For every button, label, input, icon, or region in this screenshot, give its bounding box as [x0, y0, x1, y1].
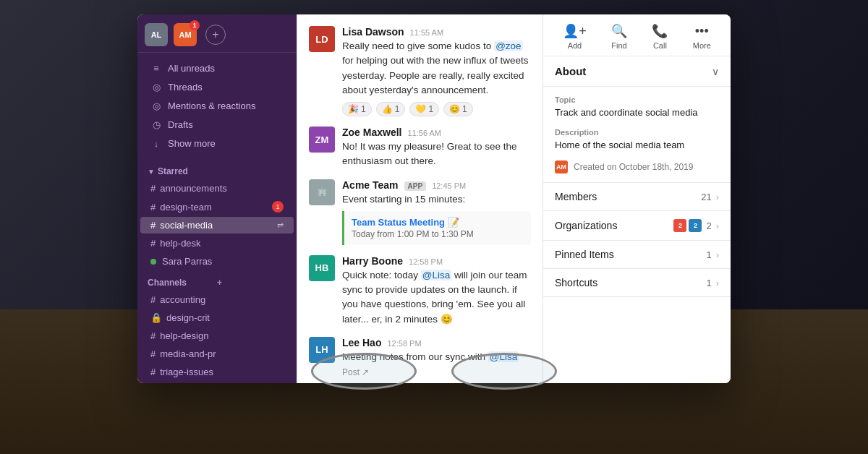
channel-design-crit[interactable]: 🔒 design-crit [140, 309, 294, 326]
message-text: Event starting in 15 minutes: [342, 192, 531, 207]
add-channel-button[interactable]: + [217, 278, 286, 288]
sidebar-item-show-more[interactable]: ↓ Show more [140, 134, 294, 153]
about-title: About [555, 65, 586, 77]
sidebar-nav: ≡ All unreads ◎ Threads ◎ Mentions & rea… [137, 53, 297, 159]
message-list: LD Lisa Dawson 11:55 AM Really need to g… [297, 14, 542, 383]
chevron-right-icon: › [716, 249, 719, 260]
sidebar: AL AM 1 + ≡ All unreads ◎ Threads ◎ Ment… [137, 14, 297, 383]
message-author: Zoe Maxwell [342, 127, 401, 138]
sidebar-item-all-unreads[interactable]: ≡ All unreads [140, 59, 294, 77]
avatar-acme-team: 🏢 [309, 179, 335, 205]
mention-zoe: @zoe [494, 40, 522, 51]
description-label: Description [555, 128, 719, 137]
menu-icon: ≡ [150, 63, 162, 74]
topic-value: Track and coordinate social media [555, 106, 719, 119]
about-header[interactable]: About ∨ [543, 56, 731, 87]
organizations-label: Organizations [555, 220, 673, 231]
avatar-harry-boone: HB [309, 255, 335, 281]
channel-triage-issues[interactable]: # triage-issues [140, 364, 294, 380]
created-text: Created on October 18th, 2019 [574, 162, 693, 172]
find-icon: 🔍 [611, 23, 627, 39]
bookmark-icon: ⇌ [277, 220, 284, 230]
chat-area: LD Lisa Dawson 11:55 AM Really need to g… [297, 14, 542, 383]
members-label: Members [555, 191, 701, 202]
chevron-right-icon: › [716, 220, 719, 231]
message-author: Lisa Dawson [342, 26, 404, 38]
starred-section-header[interactable]: ▼ Starred [137, 159, 297, 179]
chevron-down-icon: ∨ [712, 66, 719, 77]
channel-announcements[interactable]: # announcements [140, 180, 294, 197]
sidebar-top: AL AM 1 + [137, 14, 297, 53]
channel-help-desk[interactable]: # help-desk [140, 235, 294, 252]
channel-help-design[interactable]: # help-design [140, 327, 294, 344]
org-count: 2 [706, 220, 711, 231]
message-time: 11:55 AM [410, 28, 443, 37]
message-text: Quick note: today @Lisa will join our te… [342, 268, 531, 327]
reaction-thumbs[interactable]: 👍1 [376, 102, 406, 116]
about-content: Topic Track and coordinate social media … [543, 87, 731, 183]
mentions-icon: ◎ [150, 100, 162, 111]
add-button[interactable]: 👤+ Add [563, 23, 587, 50]
chevron-down-icon: ▼ [148, 168, 155, 176]
pinned-count: 1 [706, 249, 711, 260]
message-harry-boone: HB Harry Boone 12:58 PM Quick note: toda… [309, 255, 531, 327]
chevron-right-icon: › [716, 278, 719, 288]
channels-section-header[interactable]: Channels + [137, 270, 297, 291]
shortcuts-count: 1 [706, 278, 711, 288]
sidebar-item-mentions[interactable]: ◎ Mentions & reactions [140, 97, 294, 115]
org-badge-2: 2 [689, 219, 702, 232]
right-sidebar: 👤+ Add 🔍 Find 📞 Call ••• More About ∨ [542, 14, 731, 383]
event-card[interactable]: Team Status Meeting 📝 Today from 1:00 PM… [342, 211, 531, 245]
message-time: 12:45 PM [432, 181, 466, 190]
pinned-items-row[interactable]: Pinned Items 1 › [543, 241, 731, 269]
chevron-right-icon: › [716, 192, 719, 202]
organizations-row[interactable]: Organizations 2 2 2 › [543, 211, 731, 241]
event-time: Today from 1:00 PM to 1:30 PM [352, 229, 524, 239]
channel-media-and-pr[interactable]: # media-and-pr [140, 346, 294, 362]
sidebar-item-drafts[interactable]: ◷ Drafts [140, 116, 294, 134]
creator-avatar: AM [555, 160, 568, 174]
description-value: Home of the social media team [555, 139, 719, 152]
shortcuts-row[interactable]: Shortcuts 1 › [543, 269, 731, 297]
add-workspace-button[interactable]: + [205, 25, 226, 45]
message-author: Acme Team [342, 179, 399, 191]
shortcuts-label: Shortcuts [555, 277, 706, 288]
user-avatar-al[interactable]: AL [145, 23, 168, 46]
dm-sara-parras[interactable]: Sara Parras [140, 253, 294, 270]
reaction-party[interactable]: 🎉1 [342, 102, 372, 116]
message-time: 12:58 PM [409, 257, 443, 266]
created-row: AM Created on October 18th, 2019 [555, 160, 719, 174]
reactions-row: 🎉1 👍1 💛1 😊1 [342, 102, 531, 116]
message-acme-team: 🏢 Acme Team APP 12:45 PM Event starting … [309, 179, 531, 245]
org-badges: 2 2 [673, 219, 702, 232]
reaction-heart[interactable]: 💛1 [409, 102, 439, 116]
sidebar-item-threads[interactable]: ◎ Threads [140, 78, 294, 96]
threads-icon: ◎ [150, 82, 162, 93]
avatar-lisa-dawson: LD [309, 26, 335, 52]
channel-design-team-sf[interactable]: # design-team-sf [140, 382, 294, 383]
channel-social-media[interactable]: # social-media ⇌ [140, 217, 294, 234]
reaction-smile[interactable]: 😊1 [443, 102, 473, 116]
org-badge-1: 2 [673, 219, 686, 232]
online-status-dot [150, 259, 156, 265]
right-toolbar: 👤+ Add 🔍 Find 📞 Call ••• More [543, 14, 731, 56]
user-avatar-am[interactable]: AM 1 [174, 23, 197, 46]
channel-accounting[interactable]: # accounting [140, 291, 294, 308]
pinned-items-label: Pinned Items [555, 249, 706, 260]
message-text: No! It was my pleasure! Great to see the… [342, 140, 531, 169]
message-time: 11:56 AM [407, 129, 441, 137]
more-dots-icon: ••• [695, 24, 709, 39]
members-row[interactable]: Members 21 › [543, 183, 731, 211]
add-person-icon: 👤+ [563, 23, 587, 39]
message-zoe-maxwell: ZM Zoe Maxwell 11:56 AM No! It was my pl… [309, 127, 531, 169]
topic-label: Topic [555, 95, 719, 104]
design-team-badge: 1 [272, 201, 284, 213]
message-text: Really need to give some kudos to @zoe f… [342, 39, 531, 98]
am-badge: 1 [190, 20, 200, 30]
channel-design-team[interactable]: # design-team 1 [140, 198, 294, 215]
message-author: Harry Boone [342, 255, 403, 267]
call-button[interactable]: 📞 Call [652, 23, 668, 50]
app-badge: APP [404, 181, 427, 191]
more-button[interactable]: ••• More [693, 24, 711, 50]
find-button[interactable]: 🔍 Find [611, 23, 627, 50]
